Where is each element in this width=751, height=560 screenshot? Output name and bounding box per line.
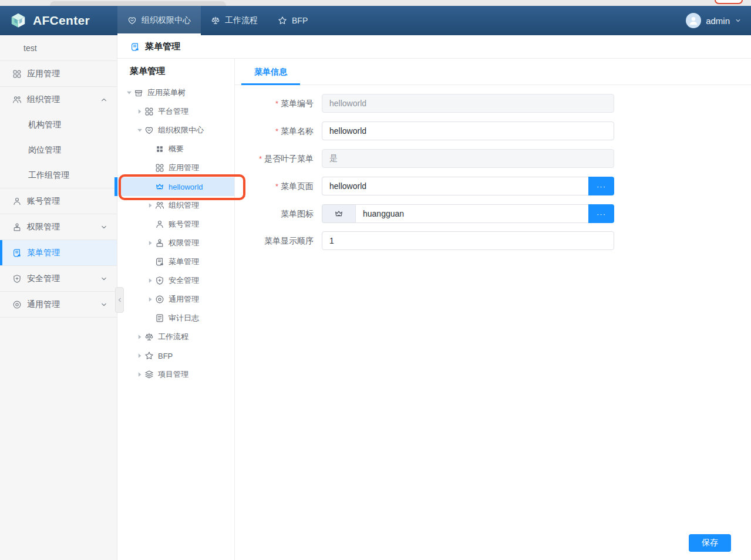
sidebar-item-label: 应用管理 [27,69,60,79]
sidebar-item-position-management[interactable]: 岗位管理 [0,137,117,163]
field-label-menu-page: *菜单页面 [235,177,322,196]
tabbar: 菜单信息 [235,59,751,85]
sidebar-item-label: 机构管理 [28,120,61,130]
tree-node-bfp[interactable]: BFP [117,346,234,365]
tree-node-general-management[interactable]: 通用管理 [117,290,234,309]
sidebar-item-permission-management[interactable]: 权限管理 [0,214,117,239]
caret-right-icon[interactable] [135,107,144,116]
brand[interactable]: AFCenter [0,6,117,35]
menu-name-input[interactable] [322,122,614,140]
tree-node-label: 审计日志 [169,313,199,323]
person-badge-icon [12,222,22,232]
caret-right-icon[interactable] [146,238,155,248]
tree-node-permission-management[interactable]: 权限管理 [117,234,234,252]
sidebar-group-account-management: 账号管理 [0,188,117,214]
sidebar-item-security-management[interactable]: 安全管理 [0,266,117,291]
user-menu[interactable]: admin [686,6,751,35]
sidebar-item-workgroup-management[interactable]: 工作组管理 [0,163,117,188]
save-button[interactable]: 保存 [689,534,731,552]
tree-node-label: 账号管理 [169,219,199,230]
tree-node-security-management[interactable]: 安全管理 [117,271,234,290]
tree-node-label: 项目管理 [158,369,188,380]
tree-node-label: 应用菜单树 [147,87,186,98]
required-asterisk: * [275,127,278,136]
caret-right-icon[interactable] [135,332,144,342]
tree-node-helloworld[interactable]: helloworld [117,177,234,196]
sidebar-group-general-management: 通用管理 [0,292,117,318]
caret-down-icon[interactable] [135,126,144,135]
menu-info-form: *菜单编号*菜单名称*是否叶子菜单*菜单页面···菜单图标···菜单显示顺序 [235,85,751,258]
form-row-menu-icon: 菜单图标··· [235,204,751,223]
tree-node-label: 权限管理 [169,238,199,248]
sidebar-group-test: test [0,35,117,61]
field-control-menu-code [322,94,614,113]
caret-right-icon[interactable] [135,351,144,360]
caret-right-icon[interactable] [146,295,155,304]
tree-node-org-management[interactable]: 组织管理 [117,196,234,215]
field-label-text: 菜单显示顺序 [264,236,314,245]
field-label-menu-name: *菜单名称 [235,122,322,141]
nav-tab-workflow[interactable]: 工作流程 [201,6,268,35]
tree-node-project-management[interactable]: 项目管理 [117,365,234,384]
menu-icon-picker-button[interactable]: ··· [588,204,614,223]
tree-node-account-management[interactable]: 账号管理 [117,215,234,234]
tree-node-label: 平台管理 [158,106,188,117]
grid-filled-icon [155,144,164,154]
sidebar-item-menu-management[interactable]: 菜单管理 [0,240,117,265]
sidebar-item-institution-management[interactable]: 机构管理 [0,112,117,137]
nav-tab-bfp[interactable]: BFP [268,6,318,35]
heart-smile-icon [144,126,154,135]
tree-node-org-permission-center[interactable]: 组织权限中心 [117,121,234,140]
sidebar-collapse-handle[interactable] [115,287,124,313]
field-label-menu-code: *菜单编号 [235,94,322,113]
sidebar-item-app-management[interactable]: 应用管理 [0,61,117,86]
people-icon [12,95,22,104]
brand-name: AFCenter [33,14,90,28]
sidebar-item-label: 账号管理 [27,196,60,207]
heart-smile-icon [127,16,137,25]
nav-tab-org-permission-center[interactable]: 组织权限中心 [117,6,201,35]
form-row-menu-name: *菜单名称 [235,122,751,141]
shield-plus-icon [12,274,22,284]
nav-tab-label: BFP [292,16,308,25]
field-label-text: 菜单编号 [281,99,314,108]
sidebar-item-org-management[interactable]: 组织管理 [0,87,117,112]
nav-tab-label: 组织权限中心 [142,15,191,26]
caret-right-icon[interactable] [146,276,155,285]
field-label-text: 是否叶子菜单 [264,154,314,163]
form-row-is-leaf-menu: *是否叶子菜单 [235,149,751,168]
appgrid-icon [12,69,22,79]
caret-right-icon[interactable] [135,370,144,379]
page-title: 菜单管理 [145,41,180,52]
tree-node-app-menu-tree[interactable]: 应用菜单树 [117,83,234,102]
person-icon [155,220,164,229]
star-icon [278,16,287,25]
caret-right-icon[interactable] [146,201,155,210]
sidebar-item-general-management[interactable]: 通用管理 [0,292,117,317]
people-icon [155,201,164,210]
tree-node-audit-log[interactable]: 审计日志 [117,309,234,328]
tree-node-label: 应用管理 [169,163,199,173]
sidebar-item-test[interactable]: test [0,35,117,60]
sidebar-group-permission-management: 权限管理 [0,214,117,240]
chevron-up-icon [100,96,107,103]
tree-node-overview[interactable]: 概要 [117,140,234,158]
caret-down-icon[interactable] [124,88,134,97]
tree-node-menu-management[interactable]: 菜单管理 [117,252,234,271]
crown-icon [155,182,164,191]
avatar [686,13,701,28]
menu-icon-input[interactable] [356,204,588,223]
field-control-menu-page: ··· [322,177,614,196]
tab-menu-info[interactable]: 菜单信息 [241,59,300,85]
tree-node-app-management[interactable]: 应用管理 [117,158,234,177]
chevron-down-icon [100,301,107,308]
tree-node-label: helloworld [169,183,203,191]
menu-page-input[interactable] [322,177,588,195]
form-row-menu-code: *菜单编号 [235,94,751,113]
menu-display-order-input[interactable] [322,231,614,250]
sidebar-item-account-management[interactable]: 账号管理 [0,188,117,214]
menu-page-picker-button[interactable]: ··· [588,177,614,195]
tree-node-workflow[interactable]: 工作流程 [117,328,234,346]
tree-node-platform-management[interactable]: 平台管理 [117,102,234,121]
target-icon [12,300,22,309]
